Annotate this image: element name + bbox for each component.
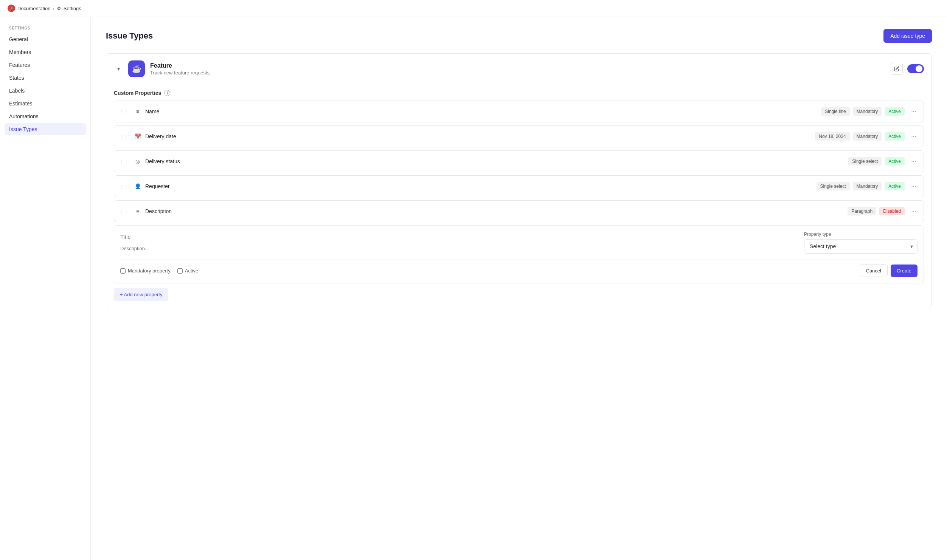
tag-mandatory: Mandatory <box>853 132 882 141</box>
add-property-form: Property type Select type Single line Pa… <box>114 225 924 283</box>
property-type-label: Property type <box>804 232 918 237</box>
description-icon: ≡ <box>134 207 141 215</box>
custom-properties-label: Custom Properties <box>114 90 161 96</box>
description-more-button[interactable]: ··· <box>908 206 919 217</box>
tag-mandatory: Mandatory <box>853 182 882 190</box>
active-checkbox-label[interactable]: Active <box>177 268 198 274</box>
sidebar-item-labels[interactable]: Labels <box>5 85 86 97</box>
drag-handle-icon[interactable]: ⋮⋮ <box>119 109 129 114</box>
sidebar-item-automations[interactable]: Automations <box>5 110 86 122</box>
delivery-status-tags: Single selectActive <box>848 157 905 166</box>
property-title-input[interactable] <box>120 232 798 242</box>
property-type-section: Property type Select type Single line Pa… <box>804 232 918 254</box>
tag-active: Active <box>885 157 905 166</box>
expand-chevron[interactable]: ▾ <box>114 64 123 73</box>
form-checkboxes: Mandatory property Active <box>120 268 198 274</box>
card-header: ▾ ☕ Feature Track new feature requests. <box>106 54 931 84</box>
main-layout: SETTINGS GeneralMembersFeaturesStatesLab… <box>0 17 947 560</box>
property-type-select[interactable]: Select type Single line Paragraph Single… <box>804 239 918 254</box>
mandatory-label: Mandatory property <box>128 268 171 274</box>
feature-toggle[interactable] <box>907 64 924 73</box>
description-label: Description <box>145 208 844 214</box>
tag-single-line: Single line <box>821 107 849 116</box>
form-text-inputs <box>120 232 798 254</box>
sidebar-item-features[interactable]: Features <box>5 59 86 71</box>
name-label: Name <box>145 108 817 114</box>
delivery-status-icon: ◎ <box>134 158 141 165</box>
card-body: Custom Properties i ⋮⋮≡NameSingle lineMa… <box>106 84 931 309</box>
tag-paragraph: Paragraph <box>848 207 876 215</box>
page-title: Issue Types <box>106 31 153 41</box>
requester-tags: Single selectMandatoryActive <box>817 182 905 190</box>
feature-info: Feature Track new feature requests. <box>150 62 885 76</box>
delivery-status-more-button[interactable]: ··· <box>908 156 919 167</box>
sidebar-item-general[interactable]: General <box>5 33 86 45</box>
property-row-delivery-status: ⋮⋮◎Delivery statusSingle selectActive··· <box>114 150 924 172</box>
tag-nov-18,-2024: Nov 18, 2024 <box>815 132 849 141</box>
main-content: Issue Types Add issue type ▾ ☕ Feature T… <box>91 17 947 560</box>
add-new-property-button[interactable]: + Add new property <box>114 288 168 301</box>
tag-active: Active <box>885 107 905 116</box>
app-logo: 🚀 <box>8 5 15 12</box>
sidebar-item-states[interactable]: States <box>5 72 86 84</box>
form-footer: Mandatory property Active Cancel Create <box>120 260 918 277</box>
form-actions: Cancel Create <box>860 265 918 277</box>
breadcrumb-separator: › <box>53 6 54 11</box>
create-button[interactable]: Create <box>891 265 918 277</box>
property-row-requester: ⋮⋮👤RequesterSingle selectMandatoryActive… <box>114 175 924 197</box>
feature-icon-glyph: ☕ <box>132 64 141 73</box>
name-more-button[interactable]: ··· <box>908 106 919 117</box>
cancel-button[interactable]: Cancel <box>860 265 888 277</box>
tag-single-select: Single select <box>848 157 882 166</box>
tag-active: Active <box>885 182 905 190</box>
name-icon: ≡ <box>134 108 141 115</box>
drag-handle-icon[interactable]: ⋮⋮ <box>119 184 129 189</box>
breadcrumb-project: Documentation <box>17 6 50 11</box>
card-header-actions <box>891 63 924 75</box>
active-checkbox[interactable] <box>177 268 183 274</box>
property-row-name: ⋮⋮≡NameSingle lineMandatoryActive··· <box>114 101 924 122</box>
property-row-delivery-date: ⋮⋮📅Delivery dateNov 18, 2024MandatoryAct… <box>114 125 924 147</box>
drag-handle-icon[interactable]: ⋮⋮ <box>119 209 129 214</box>
active-label: Active <box>185 268 198 274</box>
sidebar: SETTINGS GeneralMembersFeaturesStatesLab… <box>0 17 91 560</box>
name-tags: Single lineMandatoryActive <box>821 107 905 116</box>
info-icon: i <box>164 90 170 96</box>
breadcrumb-section: Settings <box>64 6 81 11</box>
delivery-date-label: Delivery date <box>145 133 811 139</box>
tag-mandatory: Mandatory <box>853 107 882 116</box>
form-main-row: Property type Select type Single line Pa… <box>120 232 918 254</box>
property-description-input[interactable] <box>120 243 798 254</box>
sidebar-section-label: SETTINGS <box>5 26 86 30</box>
issue-type-card: ▾ ☕ Feature Track new feature requests. <box>106 53 932 309</box>
delivery-date-icon: 📅 <box>134 133 141 140</box>
tag-single-select: Single select <box>817 182 850 190</box>
requester-icon: 👤 <box>134 183 141 190</box>
breadcrumb: Documentation › ⚙ Settings <box>17 6 81 11</box>
tag-disabled: Disabled <box>879 207 905 215</box>
delivery-date-more-button[interactable]: ··· <box>908 131 919 142</box>
property-rows-container: ⋮⋮≡NameSingle lineMandatoryActive···⋮⋮📅D… <box>114 101 924 222</box>
topnav: 🚀 Documentation › ⚙ Settings <box>0 0 947 17</box>
feature-icon: ☕ <box>128 60 145 77</box>
requester-label: Requester <box>145 183 813 189</box>
page-header: Issue Types Add issue type <box>106 29 932 43</box>
property-row-description: ⋮⋮≡DescriptionParagraphDisabled··· <box>114 200 924 222</box>
drag-handle-icon[interactable]: ⋮⋮ <box>119 134 129 139</box>
feature-description: Track new feature requests. <box>150 70 885 76</box>
sidebar-item-estimates[interactable]: Estimates <box>5 97 86 110</box>
delivery-date-tags: Nov 18, 2024MandatoryActive <box>815 132 905 141</box>
description-tags: ParagraphDisabled <box>848 207 905 215</box>
custom-properties-header: Custom Properties i <box>114 84 924 101</box>
sidebar-item-members[interactable]: Members <box>5 46 86 58</box>
edit-icon-button[interactable] <box>891 63 903 75</box>
sidebar-item-issue-types[interactable]: Issue Types <box>5 123 86 135</box>
requester-more-button[interactable]: ··· <box>908 181 919 192</box>
tag-active: Active <box>885 132 905 141</box>
feature-name: Feature <box>150 62 885 69</box>
add-issue-type-button[interactable]: Add issue type <box>883 29 932 43</box>
mandatory-checkbox[interactable] <box>120 268 126 274</box>
delivery-status-label: Delivery status <box>145 158 845 164</box>
drag-handle-icon[interactable]: ⋮⋮ <box>119 159 129 164</box>
mandatory-checkbox-label[interactable]: Mandatory property <box>120 268 171 274</box>
